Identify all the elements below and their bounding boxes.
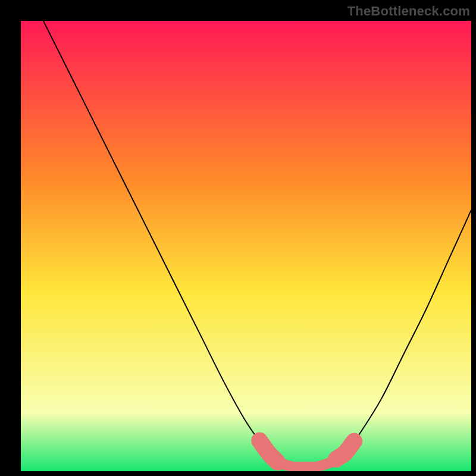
- svg-rect-0: [21, 21, 471, 471]
- plot-area: [21, 21, 471, 471]
- chart-frame: TheBottleneck.com: [0, 0, 476, 476]
- background-gradient: [21, 21, 471, 471]
- watermark-text: TheBottleneck.com: [347, 4, 470, 19]
